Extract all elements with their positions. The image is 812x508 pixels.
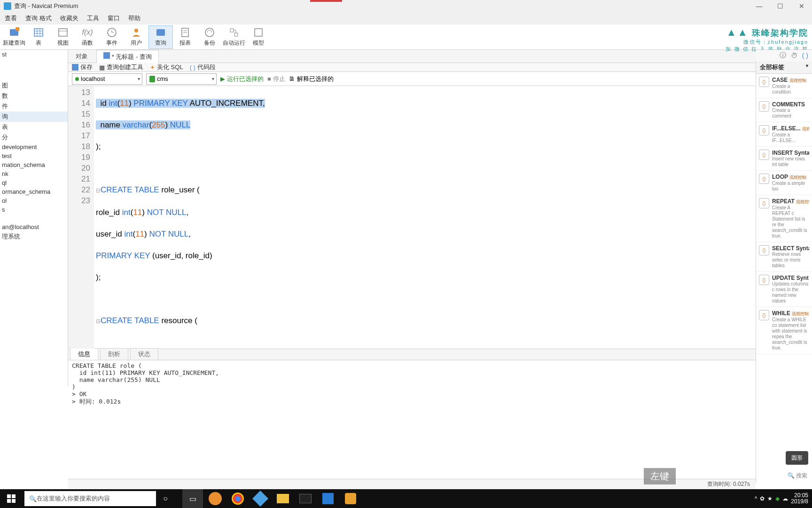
tool-report[interactable]: 报表 bbox=[173, 25, 197, 49]
tab-status[interactable]: 状态 bbox=[130, 348, 158, 360]
chevron-down-icon: ▾ bbox=[806, 63, 808, 68]
tool-view[interactable]: 视图 bbox=[51, 25, 75, 49]
tab-profile[interactable]: 剖析 bbox=[100, 348, 128, 360]
snippet-search[interactable]: 🔍 搜索 bbox=[788, 472, 807, 480]
tool-newquery[interactable]: 新建查询 bbox=[2, 25, 26, 49]
user-icon bbox=[131, 27, 142, 38]
tree-item[interactable]: ol bbox=[0, 196, 68, 205]
snippet-item[interactable]: {} WHILE 流程控制 Create a WHILE co statemen… bbox=[756, 307, 812, 354]
snippet-item[interactable]: {} REPEAT 流程控制 Create A REPEAT c Stateme… bbox=[756, 195, 812, 242]
taskbar-search[interactable]: 🔍 在这里输入你要搜索的内容 bbox=[24, 491, 156, 506]
svg-rect-7 bbox=[59, 29, 67, 36]
snippets-header[interactable]: 全部标签 ▾ bbox=[756, 61, 812, 74]
close-button[interactable]: ✕ bbox=[791, 0, 812, 12]
svg-rect-1 bbox=[16, 27, 19, 31]
tray-icon[interactable]: ◆ bbox=[775, 495, 780, 502]
snippet-icon: {} bbox=[759, 101, 769, 111]
tree-item[interactable]: 表 bbox=[0, 122, 68, 132]
vscode-icon[interactable] bbox=[318, 489, 338, 508]
tree-item[interactable]: nk bbox=[0, 169, 68, 178]
menu-window[interactable]: 窗口 bbox=[108, 14, 120, 23]
terminal-icon[interactable] bbox=[295, 489, 316, 508]
connection-tree[interactable]: st 图 数 件 询 表 分 development test mation_s… bbox=[0, 50, 68, 386]
start-button[interactable] bbox=[0, 489, 23, 508]
tree-item[interactable]: st bbox=[0, 50, 68, 59]
query-builder-button[interactable]: ▦查询创建工具 bbox=[99, 63, 143, 71]
tool-autorun[interactable]: 自动运行 bbox=[222, 25, 246, 49]
recording-indicator bbox=[310, 0, 342, 2]
explain-button[interactable]: 🗎解释已选择的 bbox=[289, 75, 334, 83]
output-panel[interactable]: CREATE TABLE role ( id int(11) PRIMARY K… bbox=[68, 360, 812, 408]
menu-queryformat[interactable]: 查询 格式 bbox=[25, 14, 52, 23]
app-icon-1[interactable] bbox=[205, 489, 226, 508]
menu-view[interactable]: 查看 bbox=[5, 14, 17, 23]
tree-item[interactable]: mation_schema bbox=[0, 160, 68, 169]
chrome-icon[interactable] bbox=[227, 489, 248, 508]
tab-objects[interactable]: 对象 bbox=[68, 50, 95, 63]
clock-date[interactable]: 2019/8 bbox=[791, 499, 808, 505]
navicat-icon[interactable] bbox=[340, 489, 361, 508]
snippet-item[interactable]: {} INSERT Synta Insert new rows int tabl… bbox=[756, 147, 812, 171]
tab-info[interactable]: 信息 bbox=[70, 348, 98, 360]
tree-item-selected[interactable]: 询 bbox=[0, 111, 68, 122]
tree-item[interactable]: 图 bbox=[0, 80, 68, 91]
tray-icon[interactable]: ★ bbox=[767, 495, 773, 502]
tree-item[interactable]: ql bbox=[0, 178, 68, 187]
code-area[interactable]: id int(11) PRIMARY KEY AUTO_INCREMENT, n… bbox=[94, 86, 812, 349]
tree-item[interactable]: 分 bbox=[0, 132, 68, 143]
tree-item[interactable]: 理系统 bbox=[0, 231, 68, 242]
tray-icon[interactable]: ✿ bbox=[760, 495, 765, 502]
tab-query[interactable]: * 无标题 - 查询 bbox=[96, 50, 159, 63]
run-selected-button[interactable]: ▶运行已选择的 bbox=[220, 75, 264, 83]
menu-tools[interactable]: 工具 bbox=[87, 14, 99, 23]
view-icon bbox=[57, 27, 69, 38]
host-combo[interactable]: localhost bbox=[72, 73, 142, 85]
svg-rect-25 bbox=[7, 499, 11, 503]
svg-rect-2 bbox=[34, 29, 43, 36]
tree-item[interactable]: 数 bbox=[0, 91, 68, 101]
cortana-icon[interactable]: ○ bbox=[156, 494, 175, 503]
tool-backup[interactable]: 备份 bbox=[197, 25, 222, 49]
snippet-item[interactable]: {} COMMENTS Create a comment bbox=[756, 98, 812, 122]
stop-button[interactable]: ■停止 bbox=[267, 75, 285, 83]
taskview-icon[interactable]: ▭ bbox=[182, 489, 203, 508]
tree-item[interactable]: ormance_schema bbox=[0, 187, 68, 196]
tool-user[interactable]: 用户 bbox=[124, 25, 148, 49]
tool-model[interactable]: 模型 bbox=[246, 25, 271, 49]
save-button[interactable]: 保存 bbox=[72, 63, 93, 71]
tree-item[interactable]: test bbox=[0, 151, 68, 160]
explorer-icon[interactable] bbox=[273, 489, 293, 508]
snippet-item[interactable]: {} CASE 流程控制 Create a condition bbox=[756, 74, 812, 98]
task-icons: ▭ bbox=[182, 489, 361, 508]
app-icon-2[interactable] bbox=[250, 489, 271, 508]
beautify-button[interactable]: ✦美化 SQL bbox=[150, 63, 183, 71]
snippet-item[interactable]: {} SELECT Synta Retrieve rows selec or m… bbox=[756, 242, 812, 272]
tree-item[interactable]: s bbox=[0, 205, 68, 214]
tool-function[interactable]: f(x)函数 bbox=[75, 25, 100, 49]
maximize-button[interactable]: ☐ bbox=[770, 0, 791, 12]
tool-event[interactable]: 事件 bbox=[100, 25, 124, 49]
database-combo[interactable]: cms bbox=[146, 73, 217, 85]
snippet-icon: {} bbox=[759, 150, 769, 160]
tree-item[interactable]: development bbox=[0, 143, 68, 151]
paren-icon[interactable]: ( ) bbox=[802, 52, 808, 59]
tool-table[interactable]: 表 bbox=[26, 25, 51, 49]
tray-icon[interactable]: ☁ bbox=[782, 495, 788, 502]
snippet-item[interactable]: {} UPDATE Synt Updates columns c rows in… bbox=[756, 272, 812, 307]
clock-icon[interactable]: ⏱ bbox=[791, 52, 797, 59]
minimize-button[interactable]: — bbox=[749, 0, 770, 12]
menu-help[interactable]: 帮助 bbox=[128, 14, 141, 23]
snippet-icon: {} bbox=[759, 198, 769, 208]
brand-watermark: ▲▲ 珠峰架构学院 微信号：zhufengjiago 加 微 信 拉 入 答 疑… bbox=[726, 26, 808, 53]
menu-fav[interactable]: 收藏夹 bbox=[60, 14, 78, 23]
tree-item[interactable]: 件 bbox=[0, 101, 68, 111]
shape-button[interactable]: 圆形 bbox=[786, 451, 808, 465]
tree-item[interactable]: an@localhost bbox=[0, 222, 68, 231]
sql-editor[interactable]: 1314151617181920212223 id int(11) PRIMAR… bbox=[68, 86, 812, 349]
tool-query[interactable]: 查询 bbox=[148, 25, 173, 49]
info-icon[interactable]: ⓘ bbox=[780, 51, 786, 60]
tray-up-icon[interactable]: ^ bbox=[755, 495, 757, 502]
code-snippet-button[interactable]: ( )代码段 bbox=[190, 63, 216, 71]
snippet-item[interactable]: {} IF...ELSE... 流程 Create a IF...ELSE... bbox=[756, 122, 812, 147]
snippet-item[interactable]: {} LOOP 流程控制 Create a simple loo bbox=[756, 171, 812, 195]
